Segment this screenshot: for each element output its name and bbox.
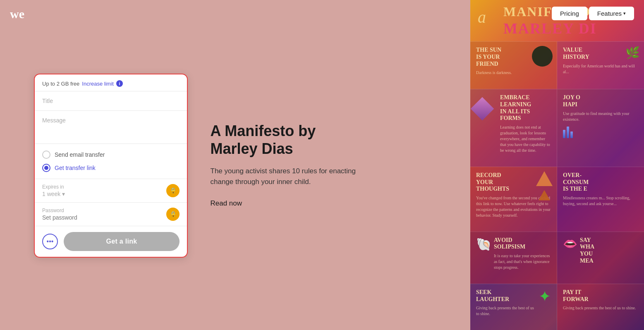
dots-icon: ••• xyxy=(47,238,54,245)
cell-sub-overconsume: Mindlessness creates m... Stop scrolling… xyxy=(563,195,638,207)
cell-sub-solipsism: It is easy to take your experiences as f… xyxy=(494,253,551,270)
diamond-icon xyxy=(472,98,493,119)
upload-card: Up to 2 GB free Increase limit i Send em… xyxy=(34,74,188,258)
more-options-button[interactable]: ••• xyxy=(42,234,58,249)
expires-value[interactable]: 1 week ▾ xyxy=(42,191,65,197)
password-info: Password xyxy=(42,208,117,221)
password-lock-icon: 🔒 xyxy=(166,208,180,221)
poster-cell-laughter: SEEKLAUGHTER Giving back presents the be… xyxy=(470,284,557,330)
cell-title-payit: PAY ITFORWAR xyxy=(563,289,638,303)
cell-sub-payit: Giving back presents the best of us to s… xyxy=(563,305,638,311)
cell-title-embrace: EMBRACELEARNINGIN ALL ITSFORMS xyxy=(500,94,551,122)
poster-cell-solipsism: 🐚 AVOIDSOLIPSISM It is easy to take your… xyxy=(470,232,557,284)
dark-circle-icon xyxy=(532,46,553,67)
send-email-label: Send email transfer xyxy=(55,151,105,158)
svg-text:we: we xyxy=(10,7,24,21)
title-input[interactable] xyxy=(42,98,180,104)
poster-cell-embrace: EMBRACELEARNINGIN ALL ITSFORMS Learning … xyxy=(470,89,557,167)
lips-icon: 👄 xyxy=(563,237,577,251)
features-label: Features xyxy=(597,10,622,17)
cell-title-joy: JOY OHAPI xyxy=(563,94,638,108)
password-row: Password 🔒 xyxy=(35,203,187,226)
cell-title-laughter: SEEKLAUGHTER xyxy=(476,289,536,303)
center-content: A Manifesto by Marley Dias The young act… xyxy=(211,122,368,208)
poster-cell-payit: PAY ITFORWAR Giving back presents the be… xyxy=(557,284,644,330)
cell-sub-embrace: Learning does not end at graduation, loo… xyxy=(500,124,551,153)
right-panel: a MANIFESTO MARLEY DI THE SUNIS YOURFRIE… xyxy=(470,0,644,330)
poster-cell-say: 👄 SAYWHAYOUMEA xyxy=(557,232,644,284)
get-link-button[interactable]: Get a link xyxy=(64,232,180,251)
expires-row: Expires in 1 week ▾ 🔒 xyxy=(35,179,187,203)
card-actions: ••• Get a link xyxy=(35,226,187,257)
poster-cell-joy: JOY OHAPI Use gratitude to find meaning … xyxy=(557,89,644,167)
pricing-button[interactable]: Pricing xyxy=(552,7,587,20)
link-radio[interactable] xyxy=(42,164,50,172)
message-input[interactable] xyxy=(42,117,180,124)
manifesto-poster: a MANIFESTO MARLEY DI THE SUNIS YOURFRIE… xyxy=(470,0,644,330)
radio-selected-dot xyxy=(44,166,48,170)
poster-cell-record: RECORDYOURTHOUGHTS You've changed from t… xyxy=(470,167,557,232)
read-now-button[interactable]: Read now xyxy=(211,200,242,208)
poster-grid: THE SUNIS YOURFRIEND Darkness is darknes… xyxy=(470,41,644,330)
nav-buttons: Pricing Features ▾ xyxy=(552,7,634,20)
star-icon: ✦ xyxy=(539,289,551,304)
password-label: Password xyxy=(42,208,117,213)
email-radio[interactable] xyxy=(42,151,50,159)
storage-text: Up to 2 GB free xyxy=(42,81,79,87)
logo-icon: we xyxy=(10,6,31,21)
expires-lock-icon: 🔒 xyxy=(166,184,180,197)
storage-bar: Up to 2 GB free Increase limit i xyxy=(35,74,187,91)
features-button[interactable]: Features ▾ xyxy=(589,7,634,20)
cell-title-solipsism: AVOIDSOLIPSISM xyxy=(494,237,551,251)
expires-info: Expires in 1 week ▾ xyxy=(42,184,65,197)
bars-icon xyxy=(563,127,638,138)
shell-icon: 🐚 xyxy=(476,237,491,251)
poster-cell-sun: THE SUNIS YOURFRIEND Darkness is darknes… xyxy=(470,41,557,89)
header: we Pricing Features ▾ xyxy=(0,0,644,27)
logo[interactable]: we xyxy=(10,6,31,21)
cell-sub-sun: Darkness is darkness. xyxy=(476,70,551,76)
send-email-option[interactable]: Send email transfer xyxy=(42,151,180,159)
fan-icon: 🌿 xyxy=(625,46,640,60)
info-icon[interactable]: i xyxy=(116,80,123,87)
cell-sub-value: Especially for American world has and wi… xyxy=(563,63,638,75)
triangle-icon xyxy=(536,171,553,203)
chevron-down-icon: ▾ xyxy=(623,11,626,16)
transfer-options: Send email transfer Get transfer link xyxy=(35,144,187,179)
poster-cell-value: VALUEHISTORY Especially for American wor… xyxy=(557,41,644,89)
manifesto-title: A Manifesto by Marley Dias xyxy=(211,122,368,158)
password-value xyxy=(42,214,117,221)
cell-sub-laughter: Giving back presents the best of us to s… xyxy=(476,305,536,317)
poster-cell-overconsume: OVER-CONSUMIS THE E Mindlessness creates… xyxy=(557,167,644,232)
password-input[interactable] xyxy=(42,214,117,221)
manifesto-description: The young activist shares 10 rules for e… xyxy=(211,166,368,187)
message-field xyxy=(35,111,187,144)
cell-sub-joy: Use gratitude to find meaning with your … xyxy=(563,111,638,122)
expires-label: Expires in xyxy=(42,184,65,190)
cell-title-say: SAYWHAYOUMEA xyxy=(580,237,594,265)
cell-title-overconsume: OVER-CONSUMIS THE E xyxy=(563,172,638,193)
increase-limit-link[interactable]: Increase limit xyxy=(82,81,114,87)
expires-chevron-icon: ▾ xyxy=(62,191,65,197)
title-field xyxy=(35,91,187,111)
get-link-option[interactable]: Get transfer link xyxy=(42,164,180,172)
get-link-label: Get transfer link xyxy=(55,165,96,171)
